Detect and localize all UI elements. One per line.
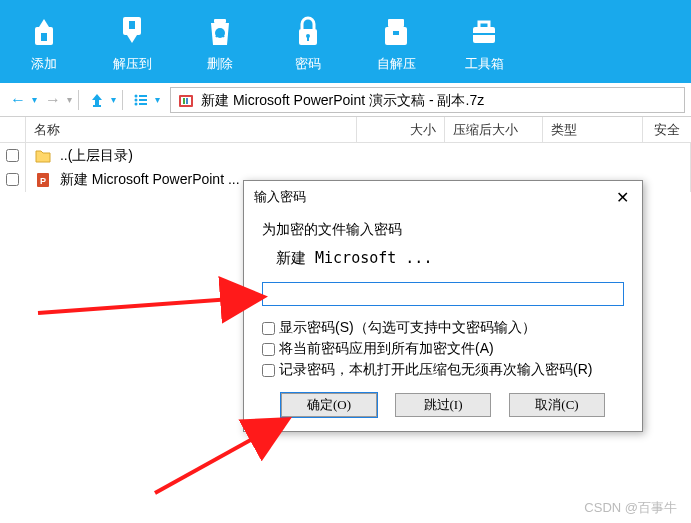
col-safe[interactable]: 安全 xyxy=(643,117,691,142)
nav-back-icon[interactable]: ← xyxy=(6,88,30,112)
svg-rect-10 xyxy=(388,19,404,27)
remember-password-checkbox[interactable] xyxy=(262,364,275,377)
col-name[interactable]: 名称 xyxy=(26,117,357,142)
svg-point-16 xyxy=(135,98,138,101)
svg-rect-3 xyxy=(129,21,135,29)
toolbar-label: 工具箱 xyxy=(465,55,504,73)
apply-all-row[interactable]: 将当前密码应用到所有加密文件(A) xyxy=(262,340,624,358)
view-list-icon[interactable] xyxy=(129,88,153,112)
svg-rect-19 xyxy=(139,103,147,105)
password-input[interactable] xyxy=(262,282,624,306)
lock-icon xyxy=(289,11,327,49)
nav-up-icon[interactable] xyxy=(85,88,109,112)
watermark: CSDN @百事牛 xyxy=(584,499,677,517)
view-dropdown[interactable]: ▾ xyxy=(155,94,160,105)
address-path: 新建 Microsoft PowerPoint 演示文稿 - 副本.7z xyxy=(201,88,484,112)
toolbar-label: 删除 xyxy=(207,55,233,73)
main-toolbar: 添加 解压到 删除 密码 自解压 工具箱 xyxy=(0,0,691,83)
row-name: ..(上层目录) xyxy=(60,147,133,163)
row-checkbox[interactable] xyxy=(6,149,19,162)
nav-up-dropdown[interactable]: ▾ xyxy=(111,94,116,105)
toolbar-label: 密码 xyxy=(295,55,321,73)
svg-point-14 xyxy=(135,94,138,97)
dialog-titlebar[interactable]: 输入密码 ✕ xyxy=(244,181,642,213)
toolbox-icon xyxy=(465,11,503,49)
svg-rect-13 xyxy=(473,33,495,35)
row-checkbox[interactable] xyxy=(6,173,19,186)
extract-icon xyxy=(113,11,151,49)
address-bar[interactable]: 新建 Microsoft PowerPoint 演示文稿 - 副本.7z xyxy=(170,87,685,113)
col-size[interactable]: 大小 xyxy=(357,117,445,142)
toolbar-add[interactable]: 添加 xyxy=(0,0,88,83)
separator xyxy=(122,90,123,110)
delete-icon xyxy=(201,11,239,49)
cancel-button[interactable]: 取消(C) xyxy=(509,393,605,417)
close-icon[interactable]: ✕ xyxy=(612,187,632,207)
apply-all-checkbox[interactable] xyxy=(262,343,275,356)
svg-text:P: P xyxy=(40,176,46,186)
svg-rect-11 xyxy=(393,31,399,35)
add-icon xyxy=(25,11,63,49)
check-label: 显示密码(S)（勾选可支持中文密码输入） xyxy=(279,319,536,337)
nav-forward-icon[interactable]: → xyxy=(41,88,65,112)
dialog-buttons: 确定(O) 跳过(I) 取消(C) xyxy=(262,393,624,417)
folder-icon xyxy=(34,147,52,165)
parent-dir-row[interactable]: ..(上层目录) xyxy=(0,143,691,167)
check-label: 记录密码，本机打开此压缩包无须再次输入密码(R) xyxy=(279,361,592,379)
toolbar-toolbox[interactable]: 工具箱 xyxy=(440,0,528,83)
svg-line-26 xyxy=(38,297,260,313)
show-password-checkbox[interactable] xyxy=(262,322,275,335)
show-password-row[interactable]: 显示密码(S)（勾选可支持中文密码输入） xyxy=(262,319,624,337)
svg-rect-22 xyxy=(183,98,185,104)
annotation-arrow-1 xyxy=(38,225,278,319)
ok-button[interactable]: 确定(O) xyxy=(281,393,377,417)
svg-rect-15 xyxy=(139,95,147,97)
file-list-header: 名称 大小 压缩后大小 类型 安全 xyxy=(0,117,691,143)
archive-icon xyxy=(177,91,195,109)
dialog-body: 为加密的文件输入密码 新建 Microsoft ... 显示密码(S)（勾选可支… xyxy=(244,213,642,431)
nav-bar: ← ▾ → ▾ ▾ ▾ 新建 Microsoft PowerPoint 演示文稿… xyxy=(0,83,691,117)
dialog-title-text: 输入密码 xyxy=(254,188,306,206)
sfx-icon xyxy=(377,11,415,49)
svg-rect-23 xyxy=(186,98,188,104)
col-type[interactable]: 类型 xyxy=(543,117,643,142)
svg-rect-1 xyxy=(41,33,47,41)
toolbar-sfx[interactable]: 自解压 xyxy=(352,0,440,83)
check-label: 将当前密码应用到所有加密文件(A) xyxy=(279,340,494,358)
col-packed[interactable]: 压缩后大小 xyxy=(445,117,543,142)
toolbar-label: 添加 xyxy=(31,55,57,73)
toolbar-delete[interactable]: 删除 xyxy=(176,0,264,83)
row-name: 新建 Microsoft PowerPoint ... xyxy=(60,171,240,187)
dialog-filename: 新建 Microsoft ... xyxy=(276,249,624,268)
ppt-icon: P xyxy=(34,171,52,189)
svg-rect-4 xyxy=(214,19,226,23)
nav-forward-dropdown[interactable]: ▾ xyxy=(67,94,72,105)
toolbar-label: 解压到 xyxy=(113,55,152,73)
col-check[interactable] xyxy=(0,117,26,142)
nav-back-dropdown[interactable]: ▾ xyxy=(32,94,37,105)
skip-button[interactable]: 跳过(I) xyxy=(395,393,491,417)
svg-point-18 xyxy=(135,102,138,105)
toolbar-password[interactable]: 密码 xyxy=(264,0,352,83)
password-dialog: 输入密码 ✕ 为加密的文件输入密码 新建 Microsoft ... 显示密码(… xyxy=(243,180,643,432)
svg-rect-9 xyxy=(385,27,407,45)
dialog-prompt: 为加密的文件输入密码 xyxy=(262,221,624,239)
svg-rect-17 xyxy=(139,99,147,101)
separator xyxy=(78,90,79,110)
remember-password-row[interactable]: 记录密码，本机打开此压缩包无须再次输入密码(R) xyxy=(262,361,624,379)
svg-rect-8 xyxy=(307,36,309,41)
toolbar-label: 自解压 xyxy=(377,55,416,73)
toolbar-extract[interactable]: 解压到 xyxy=(88,0,176,83)
